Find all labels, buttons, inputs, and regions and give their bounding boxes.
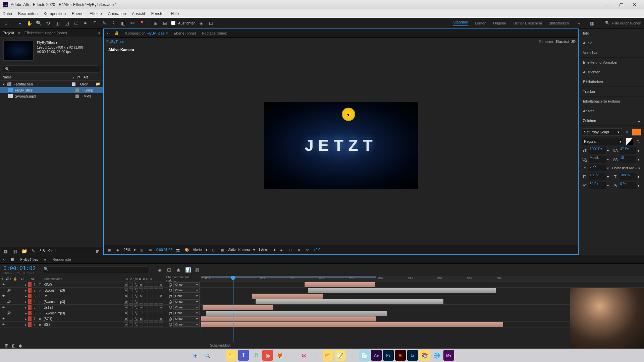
menu-animation[interactable]: Animation bbox=[108, 11, 126, 16]
audio-toggle[interactable] bbox=[7, 317, 11, 321]
col-lock-icon[interactable]: 🔒 bbox=[13, 277, 17, 281]
adjust-switch[interactable] bbox=[154, 317, 158, 321]
solo-toggle[interactable] bbox=[12, 294, 16, 298]
layer-row[interactable]: 👁 ▸ 1 T KINO ⊛ ╲ fx ⊚ @ Ohne▾ bbox=[0, 282, 201, 288]
layer-row[interactable]: 🔊 ▸ 6 ♪ [Swoosh.mp3] ⊛ ╲ @ Ohne▾ bbox=[0, 310, 201, 316]
visibility-toggle[interactable]: 👁 bbox=[1, 322, 5, 326]
frame-blend-switch[interactable] bbox=[144, 322, 148, 326]
comp-breadcrumb[interactable]: FlyByTitles bbox=[106, 40, 124, 44]
notepad-icon[interactable]: 📄 bbox=[359, 350, 370, 361]
bit-depth[interactable]: 8-Bit-Kanal bbox=[40, 249, 56, 253]
parent-pickwhip-icon[interactable]: @ bbox=[169, 311, 172, 315]
parent-pickwhip-icon[interactable]: @ bbox=[169, 323, 172, 326]
col-vis-icon[interactable]: 👁 bbox=[1, 277, 5, 281]
stroke-input[interactable]: 0 Px bbox=[589, 165, 606, 171]
layer-row[interactable]: 👁 ▸ 8 ■ BG2 ⊛ ╲ @ Ohne▾ bbox=[0, 322, 201, 327]
visibility-toggle[interactable] bbox=[1, 311, 5, 315]
snap-edge-icon[interactable]: ◈ bbox=[198, 20, 205, 26]
col-art[interactable]: Art bbox=[84, 75, 100, 79]
layer-color-label[interactable] bbox=[28, 305, 32, 310]
motion-blur-switch[interactable] bbox=[149, 294, 153, 298]
new-folder-icon[interactable]: 📁 bbox=[21, 248, 28, 254]
menu-fenster[interactable]: Fenster bbox=[151, 11, 165, 16]
clip-jetzt[interactable] bbox=[203, 305, 273, 310]
audio-toggle[interactable]: 🔊 bbox=[7, 288, 11, 292]
layer-name[interactable]: [Swoosh.mp3] bbox=[42, 289, 124, 292]
shape-tool[interactable]: ▭ bbox=[73, 20, 79, 26]
teams-icon[interactable]: T bbox=[238, 350, 249, 361]
menu-ebene[interactable]: Ebene bbox=[72, 11, 84, 16]
parent-dropdown[interactable]: Ohne▾ bbox=[173, 294, 200, 298]
clip-im[interactable] bbox=[252, 294, 323, 299]
lock-toggle[interactable] bbox=[17, 305, 21, 309]
tracking-input[interactable]: 10 bbox=[620, 156, 636, 163]
res-icon[interactable]: ▥ bbox=[139, 247, 144, 253]
shy-switch[interactable]: ⊛ bbox=[124, 288, 128, 292]
adjust-switch[interactable] bbox=[154, 283, 158, 287]
tab-projekt-menu-icon[interactable]: ≡ bbox=[18, 31, 20, 35]
tl-tab-menu-icon[interactable]: ≡ bbox=[44, 257, 46, 261]
adjust-switch[interactable] bbox=[154, 294, 158, 298]
ai-taskbar-icon[interactable]: Ai bbox=[395, 350, 406, 361]
parent-pickwhip-icon[interactable]: @ bbox=[169, 294, 172, 298]
fx-switch[interactable] bbox=[139, 288, 143, 292]
visibility-toggle[interactable]: 👁 bbox=[1, 283, 5, 287]
time-ruler[interactable]: 0:00s 01s 02s 03s 04s 05s 06s 07s 08s 09… bbox=[201, 276, 644, 282]
menu-datei[interactable]: Datei bbox=[3, 11, 12, 16]
clip-swoosh1[interactable] bbox=[308, 288, 496, 293]
settings-icon[interactable]: ✎ bbox=[30, 248, 37, 254]
3d-switch[interactable] bbox=[159, 300, 163, 304]
col-audio-icon[interactable]: 🔊 bbox=[5, 277, 9, 281]
3d-switch[interactable]: ⊚ bbox=[159, 283, 163, 287]
camera-tool[interactable]: ◫ bbox=[54, 20, 61, 26]
frame-blend-switch[interactable] bbox=[144, 283, 148, 287]
lock-toggle[interactable] bbox=[17, 322, 21, 326]
layer-row[interactable]: 🔊 ▸ 4 ♪ [Swoosh.mp3] ⊛ ╲ @ Ohne▾ bbox=[0, 299, 201, 305]
me-taskbar-icon[interactable]: Me bbox=[443, 350, 454, 361]
parent-dropdown[interactable]: Ohne▾ bbox=[173, 305, 200, 310]
taskview-button[interactable]: ▭ bbox=[214, 350, 225, 361]
maximize-button[interactable]: ▢ bbox=[614, 0, 628, 9]
tl-tab-render[interactable]: Renderliste bbox=[52, 257, 71, 261]
solo-toggle[interactable] bbox=[12, 311, 16, 315]
hand-tool[interactable]: ✋ bbox=[26, 20, 33, 26]
layer-color-label[interactable] bbox=[28, 282, 32, 287]
pen-tool[interactable]: ✒ bbox=[82, 20, 89, 26]
ps-taskbar-icon[interactable]: Ps bbox=[383, 350, 394, 361]
timeline-search[interactable]: 🔍 bbox=[42, 266, 150, 273]
layer-name[interactable]: [Swoosh.mp3] bbox=[42, 311, 124, 315]
layer-expand-icon[interactable]: ▸ bbox=[23, 294, 28, 298]
menu-hilfe[interactable]: Hilfe bbox=[171, 11, 179, 16]
parent-pickwhip-icon[interactable]: @ bbox=[169, 289, 172, 292]
fx-switch[interactable]: fx bbox=[139, 317, 143, 321]
font-size-input[interactable]: 1000 Px bbox=[589, 147, 606, 154]
shy-switch[interactable]: ⊛ bbox=[124, 300, 128, 304]
layer-name[interactable]: IM bbox=[42, 294, 124, 298]
layer-color-label[interactable] bbox=[28, 311, 32, 315]
quality-switch[interactable]: ╲ bbox=[134, 305, 138, 309]
fx-switch[interactable] bbox=[139, 322, 143, 326]
app-icon-1[interactable]: ◉ bbox=[262, 350, 273, 361]
snap-grid-icon[interactable]: ⊡ bbox=[208, 20, 214, 26]
collapse-switch[interactable] bbox=[129, 300, 133, 304]
color-label[interactable] bbox=[72, 82, 75, 86]
clip-bg2[interactable] bbox=[201, 322, 503, 327]
parent-pickwhip-icon[interactable]: @ bbox=[169, 317, 172, 321]
project-item-audio[interactable]: ♪ Swoosh.mp3 MP3 bbox=[0, 93, 103, 99]
sort-icon[interactable]: ▴ bbox=[72, 75, 74, 79]
layer-expand-icon[interactable]: ▸ bbox=[23, 323, 28, 326]
workspace-more-icon[interactable]: » bbox=[576, 20, 582, 26]
solo-toggle[interactable] bbox=[12, 288, 16, 292]
adjust-switch[interactable] bbox=[154, 288, 158, 292]
audio-toggle[interactable] bbox=[7, 283, 11, 287]
frame-blend-switch[interactable] bbox=[144, 317, 148, 321]
viewer-time[interactable]: 0:00:01:02 bbox=[156, 248, 172, 252]
3d-switch[interactable]: ⊚ bbox=[159, 317, 163, 321]
layer-row[interactable]: 👁 ▸ 7 ■ [BG1] ⊛ ╲ fx ⊚ @ Ohne▾ bbox=[0, 316, 201, 322]
adjust-switch[interactable] bbox=[154, 322, 158, 326]
lock-toggle[interactable] bbox=[17, 294, 21, 298]
quality-switch[interactable]: ╲ bbox=[134, 317, 138, 321]
panel-absatz[interactable]: Absatz bbox=[579, 106, 644, 116]
whatsapp-icon[interactable]: ✆ bbox=[250, 350, 261, 361]
audio-toggle[interactable] bbox=[7, 294, 11, 298]
